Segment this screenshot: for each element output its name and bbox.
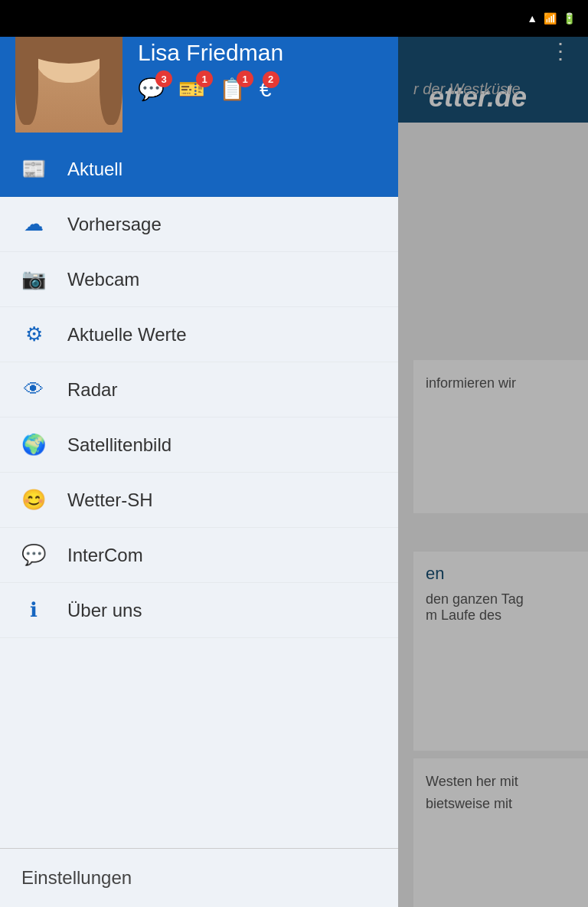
satellitenbild-icon: 🌍	[21, 433, 46, 457]
settings-section[interactable]: Einstellungen	[0, 848, 398, 907]
sidebar-item-label-intercom: InterCom	[67, 545, 143, 566]
sidebar-item-label-wetter-sh: Wetter-SH	[67, 490, 153, 511]
status-bar: ▲ 📶 🔋	[0, 0, 588, 37]
sidebar-item-aktuelle-werte[interactable]: ⚙Aktuelle Werte	[0, 307, 398, 362]
nav-list: 📰Aktuell☁Vorhersage📷Webcam⚙Aktuelle Wert…	[0, 142, 398, 848]
chat-badge: 3	[155, 70, 172, 87]
clipboard-icon-button[interactable]: 📋 1	[219, 77, 246, 102]
settings-label[interactable]: Einstellungen	[21, 867, 132, 888]
sidebar-item-radar[interactable]: 👁Radar	[0, 362, 398, 417]
sidebar-item-label-aktuell: Aktuell	[67, 159, 122, 180]
euro-badge: 2	[263, 71, 279, 88]
aktuelle-werte-icon: ⚙	[21, 323, 46, 346]
sidebar-item-intercom[interactable]: 💬InterCom	[0, 528, 398, 583]
sidebar-item-satellitenbild[interactable]: 🌍Satellitenbild	[0, 417, 398, 473]
user-name: Lisa Friedman	[138, 40, 283, 66]
sidebar-item-label-ueber-uns: Über uns	[67, 600, 142, 621]
sidebar-item-ueber-uns[interactable]: ℹÜber uns	[0, 583, 398, 638]
wifi-icon: ▲	[527, 12, 537, 25]
sidebar-item-label-aktuelle-werte: Aktuelle Werte	[67, 324, 187, 345]
wetter-sh-icon: 😊	[21, 488, 46, 512]
battery-icon: 🔋	[563, 12, 576, 25]
header-action-icons: 💬 3 🎫 1 📋 1 € 2	[138, 77, 283, 102]
radar-icon: 👁	[21, 378, 46, 401]
vorhersage-icon: ☁	[21, 212, 46, 236]
webcam-icon: 📷	[21, 267, 46, 291]
sidebar-item-wetter-sh[interactable]: 😊Wetter-SH	[0, 473, 398, 528]
sidebar-item-label-webcam: Webcam	[67, 269, 139, 290]
ticket-badge: 1	[196, 70, 213, 87]
sidebar-item-webcam[interactable]: 📷Webcam	[0, 252, 398, 307]
intercom-icon: 💬	[21, 543, 46, 567]
euro-icon-button[interactable]: € 2	[260, 77, 272, 102]
sidebar-item-label-vorhersage: Vorhersage	[67, 214, 162, 235]
signal-icon: 📶	[544, 12, 557, 25]
chat-icon-button[interactable]: 💬 3	[138, 77, 165, 102]
header-info: Lisa Friedman 💬 3 🎫 1 📋 1 € 2	[138, 40, 283, 102]
sidebar-item-vorhersage[interactable]: ☁Vorhersage	[0, 197, 398, 252]
aktuell-icon: 📰	[21, 157, 46, 181]
ticket-icon-button[interactable]: 🎫 1	[178, 77, 205, 102]
clipboard-badge: 1	[237, 70, 253, 87]
sidebar-item-aktuell[interactable]: 📰Aktuell	[0, 142, 398, 197]
navigation-drawer: Lisa Friedman 💬 3 🎫 1 📋 1 € 2	[0, 0, 398, 907]
ueber-uns-icon: ℹ	[21, 598, 46, 622]
sidebar-item-label-radar: Radar	[67, 379, 117, 401]
sidebar-item-label-satellitenbild: Satellitenbild	[67, 434, 172, 456]
status-icons: ▲ 📶 🔋	[527, 12, 576, 25]
